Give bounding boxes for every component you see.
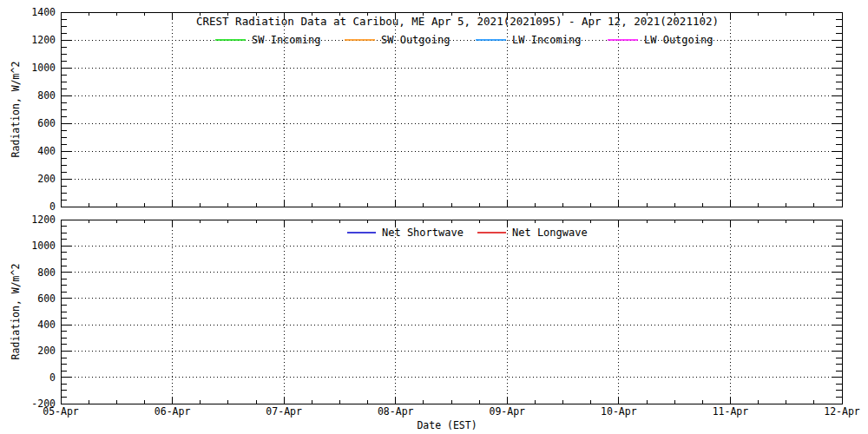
x-tick-label: 09-Apr bbox=[490, 405, 526, 418]
plot-frame bbox=[61, 12, 842, 207]
chart-canvas: 0200400600800100012001400Radiation, W/m^… bbox=[0, 0, 868, 434]
y-tick-label: 800 bbox=[37, 89, 56, 102]
x-tick-label: 11-Apr bbox=[713, 405, 749, 418]
y-tick-label: 1000 bbox=[31, 62, 56, 74]
radiation-figure: 0200400600800100012001400Radiation, W/m^… bbox=[0, 0, 868, 434]
plot-frame bbox=[61, 220, 842, 404]
x-tick-label: 05-Apr bbox=[43, 405, 79, 418]
y-tick-label: 600 bbox=[37, 117, 56, 129]
axis-title-y: Radiation, W/m^2 bbox=[10, 62, 22, 158]
legend-label: SW Incoming bbox=[252, 34, 320, 46]
legend-entry: SW Outgoing bbox=[345, 34, 450, 46]
panel-radiation-components: 0200400600800100012001400Radiation, W/m^… bbox=[10, 6, 842, 213]
y-tick-label: 200 bbox=[37, 345, 56, 357]
x-tick-label: 12-Apr bbox=[824, 405, 860, 418]
y-tick-label: 1200 bbox=[31, 214, 56, 226]
y-tick-label: 400 bbox=[37, 145, 56, 157]
y-tick-label: 0 bbox=[49, 372, 56, 384]
legend-label: LW Incoming bbox=[512, 34, 581, 46]
y-tick-label: 200 bbox=[37, 173, 56, 185]
y-tick-label: 1200 bbox=[31, 34, 56, 46]
axis-title-y: Radiation, W/m^2 bbox=[10, 264, 22, 360]
panel-net-radiation: -20002004006008001000120005-Apr06-Apr07-… bbox=[10, 214, 860, 431]
chart-title: CREST Radiation Data at Caribou, ME Apr … bbox=[196, 15, 719, 28]
legend-entry: LW Outgoing bbox=[608, 34, 713, 46]
axis-title-x: Date (EST) bbox=[417, 419, 477, 431]
y-tick-label: 0 bbox=[49, 201, 56, 213]
y-tick-label: 600 bbox=[37, 293, 56, 305]
y-tick-label: 400 bbox=[37, 319, 56, 331]
legend-label: SW Outgoing bbox=[381, 34, 450, 46]
x-tick-label: 10-Apr bbox=[601, 405, 637, 418]
x-tick-label: 08-Apr bbox=[378, 405, 414, 418]
y-tick-label: 1000 bbox=[31, 240, 56, 252]
x-tick-label: 07-Apr bbox=[266, 405, 302, 418]
legend-entry: Net Shortwave bbox=[347, 227, 464, 239]
y-tick-label: 1400 bbox=[31, 6, 56, 18]
legend-label: LW Outgoing bbox=[644, 34, 713, 46]
legend-entry: Net Longwave bbox=[477, 227, 588, 239]
legend-entry: LW Incoming bbox=[476, 34, 581, 46]
legend-label: Net Shortwave bbox=[382, 227, 464, 239]
x-tick-label: 06-Apr bbox=[155, 405, 191, 418]
legend-label: Net Longwave bbox=[512, 227, 588, 239]
legend-entry: SW Incoming bbox=[215, 34, 320, 46]
y-tick-label: 800 bbox=[37, 266, 56, 279]
